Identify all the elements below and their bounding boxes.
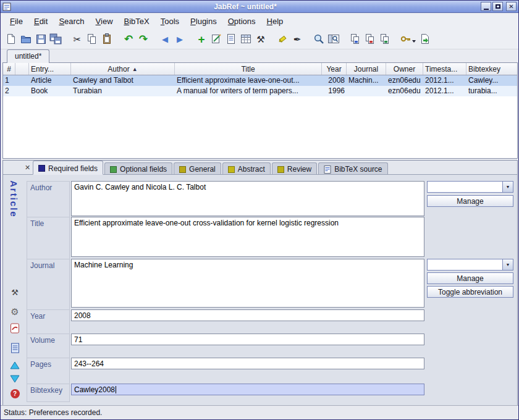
forward-icon[interactable]: ▶: [172, 32, 187, 46]
toolbar: ✂ ↶ ↷ ◀ ▶ + ⚒ ✒: [1, 29, 518, 49]
cut-icon[interactable]: ✂: [70, 32, 85, 46]
col-header-timestamp[interactable]: Timesta...: [423, 63, 466, 75]
table-row[interactable]: 1 Article Cawley and Talbot Efficient ap…: [3, 75, 517, 86]
toolbar-separator: [114, 32, 121, 46]
maximize-icon: [496, 4, 500, 9]
close-button[interactable]: ✕: [506, 2, 517, 11]
field-label-year: Year: [27, 309, 70, 334]
col-header-journal[interactable]: Journal: [347, 63, 386, 75]
volume-input[interactable]: 71: [71, 334, 424, 345]
col-header-year[interactable]: Year: [322, 63, 347, 75]
manage-journals-button[interactable]: Manage: [427, 272, 513, 284]
new-database-icon[interactable]: [4, 32, 19, 46]
cleanup-icon[interactable]: ⚒: [253, 32, 268, 46]
close-icon: ✕: [508, 4, 513, 10]
abstract-fields-icon: [228, 166, 235, 173]
previous-entry-button[interactable]: [9, 359, 20, 371]
menu-help[interactable]: Help: [261, 15, 289, 28]
bibtexkey-input[interactable]: Cawley2008: [71, 384, 424, 395]
toggle-abbreviation-button[interactable]: Toggle abbreviation: [427, 286, 513, 298]
menu-view[interactable]: View: [90, 15, 119, 28]
document-icon[interactable]: [9, 342, 20, 353]
col-header-author-label: Author: [108, 65, 129, 74]
tab-abstract[interactable]: Abstract: [222, 162, 271, 174]
edit-strings-icon[interactable]: [224, 32, 238, 46]
copy-key-icon[interactable]: [348, 32, 363, 46]
close-entry-editor-button[interactable]: ✕: [23, 163, 32, 172]
author-input[interactable]: Gavin C. Cawley and Nicola L. C. Talbot: [71, 181, 424, 216]
review-fields-icon: [277, 166, 284, 173]
chevron-down-icon: ▼: [502, 259, 513, 270]
copy-title-icon[interactable]: [378, 32, 392, 46]
database-properties-icon[interactable]: [238, 32, 253, 46]
save-database-icon[interactable]: [33, 32, 48, 46]
menu-options[interactable]: Options: [222, 15, 261, 28]
col-header-entrytype[interactable]: Entry...: [29, 63, 71, 75]
col-header-icon[interactable]: [15, 63, 29, 75]
cell-journal: Machin...: [347, 75, 386, 86]
manage-authors-button[interactable]: Manage: [427, 195, 513, 207]
journal-input[interactable]: Machine Learning: [71, 259, 424, 308]
unmark-entries-icon[interactable]: ✒: [290, 32, 305, 46]
copy-icon[interactable]: [85, 32, 99, 46]
back-icon[interactable]: ◀: [158, 32, 172, 46]
new-entry-icon[interactable]: +: [194, 32, 209, 46]
redo-icon[interactable]: ↷: [136, 32, 151, 46]
pdf-icon[interactable]: [9, 322, 20, 334]
search-icon[interactable]: [311, 32, 326, 46]
cell-owner: ezn06edu: [386, 86, 423, 96]
year-input[interactable]: 2008: [71, 309, 424, 321]
cell-entrytype: Article: [29, 75, 71, 86]
col-header-number[interactable]: #: [3, 63, 15, 75]
close-icon: ✕: [25, 164, 30, 172]
mark-entries-icon[interactable]: [275, 32, 290, 46]
menu-search[interactable]: Search: [53, 15, 90, 28]
journal-combo[interactable]: ▼: [427, 259, 513, 271]
menu-file[interactable]: File: [4, 15, 28, 28]
tab-label: Optional fields: [120, 165, 167, 174]
col-header-owner[interactable]: Owner: [386, 63, 423, 75]
optional-fields-icon: [110, 166, 117, 173]
tab-bibtex-source[interactable]: BibTeX source: [318, 162, 387, 174]
copy-cite-icon[interactable]: [363, 32, 378, 46]
tab-general[interactable]: General: [174, 162, 221, 174]
entry-editor: Required fields Optional fields General …: [2, 160, 518, 406]
tab-required-fields[interactable]: Required fields: [33, 161, 103, 175]
menu-tools[interactable]: Tools: [155, 15, 185, 28]
maximize-button[interactable]: [492, 2, 503, 11]
gear-icon[interactable]: ⚙: [9, 306, 20, 317]
cell-year: 2008: [322, 75, 347, 86]
edit-entry-icon[interactable]: [209, 32, 224, 46]
table-row[interactable]: 2 Book Turabian A manual for writers of …: [3, 86, 517, 96]
open-database-icon[interactable]: [19, 32, 33, 46]
generate-keys-icon[interactable]: [399, 32, 418, 46]
toolbar-separator: [341, 32, 348, 46]
author-combo[interactable]: ▼: [427, 181, 513, 193]
col-header-title[interactable]: Title: [175, 63, 322, 75]
menu-bibtex[interactable]: BibTeX: [119, 15, 155, 28]
minimize-button[interactable]: [481, 2, 491, 11]
sort-ascending-icon: ▲: [132, 66, 138, 72]
menu-plugins[interactable]: Plugins: [185, 15, 222, 28]
toggle-search-icon[interactable]: [326, 32, 341, 46]
tools-icon[interactable]: ⚒: [9, 287, 20, 298]
next-entry-button[interactable]: [9, 373, 20, 384]
tab-optional-fields[interactable]: Optional fields: [104, 162, 172, 174]
tab-review[interactable]: Review: [272, 162, 317, 174]
col-header-bibtexkey[interactable]: Bibtexkey: [466, 63, 516, 75]
title-input[interactable]: Efficient approximate leave-one-out cros…: [71, 217, 424, 257]
pages-input[interactable]: 243--264: [71, 358, 424, 369]
paste-icon[interactable]: [99, 32, 114, 46]
tab-label: BibTeX source: [334, 165, 382, 174]
cell-author: Turabian: [71, 86, 175, 96]
col-header-author[interactable]: Author ▲: [71, 63, 175, 75]
undo-icon[interactable]: ↶: [121, 32, 136, 46]
menu-edit[interactable]: Edit: [28, 15, 53, 28]
cell-number: 2: [3, 86, 15, 96]
save-all-icon[interactable]: [48, 32, 63, 46]
cell-number: 1: [3, 75, 15, 86]
database-tab[interactable]: untitled*: [7, 49, 49, 63]
cell-entrytype: Book: [29, 86, 71, 96]
open-file-icon[interactable]: [418, 32, 432, 46]
help-button[interactable]: ?: [9, 388, 20, 399]
